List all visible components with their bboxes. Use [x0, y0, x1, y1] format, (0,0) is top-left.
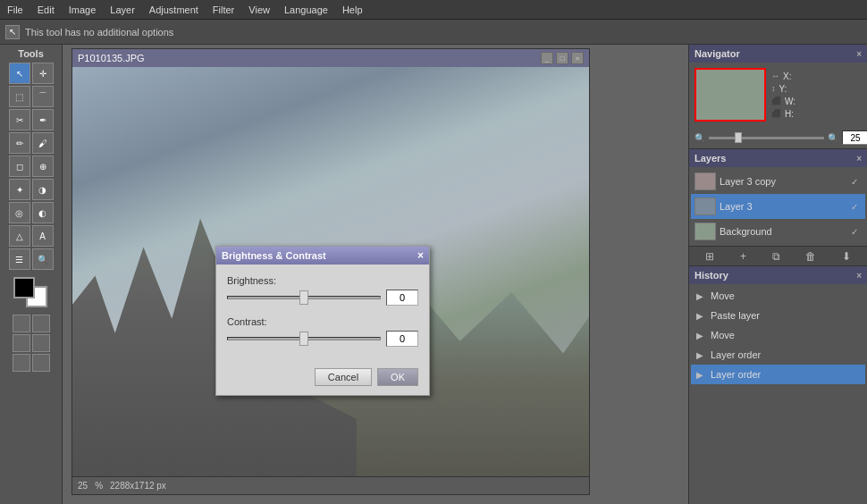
tool-clone[interactable]: ⊕ — [32, 155, 54, 177]
ok-button[interactable]: OK — [377, 368, 418, 386]
nav-x-label: X: — [783, 71, 791, 81]
brightness-input[interactable] — [386, 290, 418, 306]
brightness-slider[interactable] — [227, 296, 381, 299]
history-item-1[interactable]: ▶ Paste layer — [691, 306, 865, 325]
menu-filter[interactable]: Filter — [206, 3, 241, 17]
tool-row-9: ☰ 🔍 — [9, 248, 54, 270]
tool-select[interactable]: ↖ — [9, 63, 30, 84]
extra-tools-grid — [13, 315, 50, 372]
tool-row-4: ✏ 🖌 — [9, 132, 54, 154]
tool-pencil[interactable]: ✏ — [9, 132, 30, 154]
nav-y-label: Y: — [779, 84, 787, 94]
tool-dodge[interactable]: ◐ — [32, 202, 54, 223]
navigator-close-button[interactable]: × — [856, 49, 862, 59]
tool-lasso[interactable]: ⌒ — [32, 86, 54, 107]
menu-adjustment[interactable]: Adjustment — [142, 3, 206, 17]
zoom-input[interactable] — [842, 130, 867, 145]
history-item-2[interactable]: ▶ Move — [691, 325, 865, 345]
menu-help[interactable]: Help — [335, 3, 370, 17]
image-titlebar: P1010135.JPG _ □ × — [72, 49, 589, 67]
layer-eye-background[interactable]: ✓ — [851, 227, 862, 237]
layers-close-button[interactable]: × — [856, 154, 862, 164]
cancel-button[interactable]: Cancel — [315, 368, 372, 386]
delete-layer-button[interactable]: 🗑 — [804, 248, 818, 265]
tool-hand[interactable]: ☰ — [9, 248, 30, 270]
navigator-panel: Navigator × ↔ X: ↕ Y: ⬛ W: — [689, 45, 867, 149]
grid-btn-6[interactable] — [32, 354, 50, 372]
tool-text[interactable]: A — [32, 225, 54, 247]
layers-panel: Layers × Layer 3 copy ✓ Layer 3 ✓ Backgr… — [689, 149, 867, 266]
toolbar: ↖ This tool has no additional options — [0, 20, 867, 45]
tool-blur[interactable]: ◎ — [9, 202, 30, 223]
layer-thumb-layer3 — [694, 197, 716, 215]
menu-language[interactable]: Language — [277, 3, 335, 17]
maximize-button[interactable]: □ — [556, 52, 568, 64]
grid-btn-4[interactable] — [32, 334, 50, 352]
history-icon-2: ▶ — [696, 331, 707, 340]
foreground-background-colors[interactable] — [13, 277, 49, 309]
tool-zoom[interactable]: 🔍 — [32, 248, 54, 270]
menu-bar: File Edit Image Layer Adjustment Filter … — [0, 0, 867, 20]
tools-title: Tools — [18, 48, 44, 59]
duplicate-layer-button[interactable]: ⧉ — [770, 248, 782, 265]
history-label-4: Layer order — [711, 369, 761, 380]
tool-gradient[interactable]: ◑ — [32, 179, 54, 200]
layer-thumb-background — [694, 223, 716, 240]
menu-view[interactable]: View — [241, 3, 277, 17]
image-statusbar: 25 % 2288x1712 px — [72, 476, 589, 494]
history-item-3[interactable]: ▶ Layer order — [691, 345, 865, 365]
menu-edit[interactable]: Edit — [30, 3, 62, 17]
tool-path[interactable]: △ — [9, 225, 30, 247]
menu-image[interactable]: Image — [62, 3, 104, 17]
tool-heal[interactable]: ✦ — [9, 179, 30, 200]
layer-item-background[interactable]: Background ✓ — [691, 219, 865, 244]
layer-thumb-layer3copy — [694, 172, 716, 190]
history-item-0[interactable]: ▶ Move — [691, 286, 865, 306]
bc-close-button[interactable]: × — [417, 249, 424, 262]
zoom-slider[interactable] — [709, 137, 824, 139]
brightness-contrast-dialog: Brightness & Contrast × Brightness: — [215, 246, 430, 396]
merge-layers-button[interactable]: ⬇ — [840, 248, 853, 265]
nav-w-label: W: — [785, 97, 795, 106]
nav-h-icon: ⬛ — [771, 109, 781, 118]
tool-rect-select[interactable]: ⬚ — [9, 86, 30, 107]
minimize-button[interactable]: _ — [541, 52, 553, 64]
grid-btn-3[interactable] — [13, 334, 30, 352]
nav-w-row: ⬛ W: — [771, 97, 795, 106]
contrast-row: Contrast: — [227, 316, 418, 347]
quick-mask-btn[interactable] — [13, 315, 30, 332]
zoom-unit: % — [95, 481, 103, 491]
zoom-in-icon: 🔍 — [828, 133, 838, 143]
image-titlebar-buttons: _ □ × — [541, 52, 584, 64]
tool-crop[interactable]: ✂ — [9, 109, 30, 130]
contrast-control-row — [227, 331, 418, 347]
layer-eye-layer3[interactable]: ✓ — [851, 202, 862, 212]
zoom-level: 25 — [78, 481, 88, 491]
menu-file[interactable]: File — [0, 3, 30, 17]
tool-row-8: △ A — [9, 225, 54, 247]
screen-mode-btn[interactable] — [32, 315, 50, 332]
new-layer-button[interactable]: + — [738, 248, 748, 265]
history-close-button[interactable]: × — [856, 271, 862, 281]
history-label-3: Layer order — [711, 349, 761, 360]
layer-eye-layer3copy[interactable]: ✓ — [851, 177, 862, 187]
layer-item-layer3copy[interactable]: Layer 3 copy ✓ — [691, 169, 865, 194]
nav-w-icon: ⬛ — [771, 97, 781, 105]
tool-eyedropper[interactable]: ✒ — [32, 109, 54, 130]
history-item-4[interactable]: ▶ Layer order — [691, 365, 865, 384]
tool-move[interactable]: ✛ — [32, 63, 54, 84]
menu-layer[interactable]: Layer — [103, 3, 142, 17]
foreground-color-box[interactable] — [13, 277, 35, 298]
contrast-input[interactable] — [386, 331, 418, 347]
layer-name-layer3copy: Layer 3 copy — [720, 176, 847, 187]
layers-toolbar: ⊞ + ⧉ 🗑 ⬇ — [689, 246, 867, 265]
grid-btn-5[interactable] — [13, 354, 30, 372]
tool-brush[interactable]: 🖌 — [32, 132, 54, 154]
contrast-slider[interactable] — [227, 337, 381, 340]
tool-eraser[interactable]: ◻ — [9, 155, 30, 177]
brightness-label: Brightness: — [227, 275, 418, 286]
new-group-button[interactable]: ⊞ — [703, 248, 716, 265]
layer-item-layer3[interactable]: Layer 3 ✓ — [691, 194, 865, 219]
close-button[interactable]: × — [571, 52, 584, 64]
toolbar-tool-icon: ↖ — [5, 25, 20, 39]
